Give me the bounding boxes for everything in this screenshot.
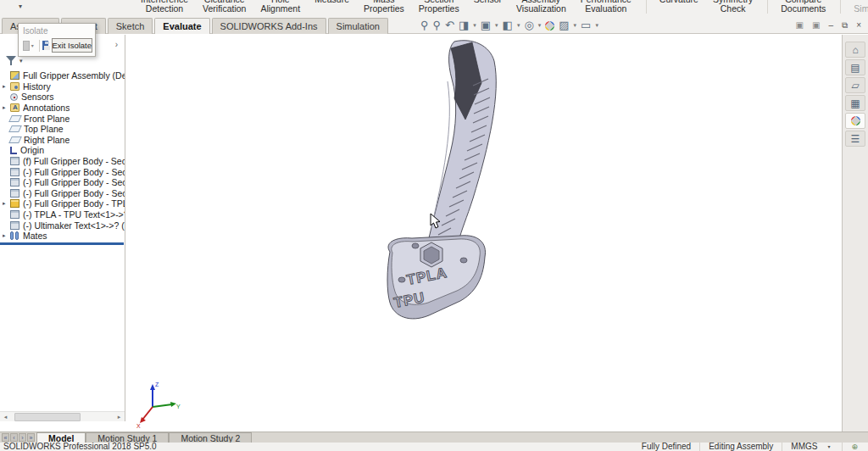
rollback-bar[interactable] bbox=[0, 242, 124, 245]
view-palette-icon[interactable]: ▦ bbox=[845, 95, 865, 111]
close-icon[interactable]: × bbox=[856, 20, 861, 31]
ribbon-item[interactable]: HoleAlignment bbox=[260, 0, 300, 14]
ribbon-item[interactable]: InterferenceDetection bbox=[141, 0, 188, 14]
tree-item[interactable]: Front Plane bbox=[3, 113, 125, 124]
ribbon-item[interactable]: Measure bbox=[314, 0, 349, 14]
restore-icon[interactable]: ⧉ bbox=[842, 20, 848, 31]
display-style-icon[interactable]: ◧ bbox=[503, 19, 513, 31]
scrollbar-thumb[interactable] bbox=[14, 413, 81, 421]
tab-motion-study-2[interactable]: Motion Study 2 bbox=[169, 432, 252, 443]
tree-item[interactable]: Top Plane bbox=[3, 124, 125, 135]
solidworks-resources-icon[interactable]: ⌂ bbox=[845, 42, 865, 58]
ribbon-item[interactable]: Curvature bbox=[646, 0, 698, 14]
apply-scene-icon[interactable]: ▨ bbox=[559, 19, 569, 31]
doc-window-icon[interactable]: ▣ bbox=[796, 20, 804, 31]
previous-view-icon[interactable]: ↶ bbox=[445, 19, 454, 31]
tab-evaluate[interactable]: Evaluate bbox=[154, 18, 209, 34]
gripper-model[interactable]: TPLA TPU bbox=[387, 41, 496, 319]
expander-icon[interactable]: ▸ bbox=[3, 200, 10, 207]
ribbon-item[interactable]: ClearanceVerification bbox=[203, 0, 246, 14]
zoom-fit-icon[interactable]: ⚲ bbox=[420, 19, 429, 31]
tree-item-label: (-) Full Gripper Body - TPLA-TPU L bbox=[23, 198, 125, 209]
ribbon-item[interactable]: PerformanceEvaluation bbox=[581, 0, 632, 14]
status-units[interactable]: MMGS bbox=[782, 443, 826, 451]
minimize-icon[interactable]: – bbox=[828, 20, 833, 31]
dropdown-icon[interactable]: ▾ bbox=[574, 22, 577, 29]
filter-icon[interactable] bbox=[6, 55, 17, 66]
view-settings-icon[interactable]: ▭ bbox=[581, 19, 591, 31]
isolate-dropdown-icon[interactable]: ▾ bbox=[31, 42, 34, 48]
hide-show-items-icon[interactable]: ◎ bbox=[524, 19, 533, 31]
dropdown-icon[interactable]: ▾ bbox=[595, 22, 598, 29]
previous-view-icon[interactable]: ↶ bbox=[445, 19, 454, 31]
tree-item[interactable]: Sensors bbox=[3, 92, 125, 103]
study-nav-icon[interactable]: › bbox=[19, 433, 26, 442]
edit-appearance-icon[interactable] bbox=[545, 19, 554, 31]
section-view-icon[interactable]: ◨ bbox=[459, 19, 469, 31]
design-library-icon[interactable]: ▤ bbox=[845, 59, 865, 75]
scroll-right-icon[interactable]: ▸ bbox=[114, 414, 125, 420]
dropdown-icon[interactable]: ▾ bbox=[517, 22, 520, 29]
tab-sketch[interactable]: Sketch bbox=[108, 18, 153, 34]
study-nav-icon[interactable]: » bbox=[27, 433, 35, 442]
tree-item[interactable]: Origin bbox=[3, 145, 125, 156]
exit-isolate-button[interactable]: Exit Isolate bbox=[52, 38, 92, 53]
tree-item[interactable]: (-) Full Gripper Body - Section C< bbox=[3, 177, 125, 188]
ribbon-item[interactable]: SymmetryCheck bbox=[713, 0, 753, 14]
file-explorer-icon[interactable]: ▱ bbox=[845, 77, 865, 93]
status-tag-icon[interactable]: ⊕ bbox=[851, 443, 858, 451]
zoom-to-area-icon[interactable]: ⚲ bbox=[433, 19, 442, 31]
ribbon-item[interactable]: SectionProperties bbox=[419, 0, 459, 14]
tab-simulation[interactable]: Simulation bbox=[328, 18, 388, 34]
zoom-to-area-icon[interactable]: ⚲ bbox=[433, 19, 442, 31]
tree-item[interactable]: ▸(-) Full Gripper Body - TPLA-TPU L bbox=[3, 198, 125, 209]
expander-icon[interactable]: ▸ bbox=[3, 232, 10, 239]
tree-item[interactable]: (f) Full Gripper Body - Section A< bbox=[3, 156, 125, 167]
tree-item[interactable]: Full Gripper Assembly (Default<Disp bbox=[3, 70, 125, 81]
dropdown-icon[interactable]: ▾ bbox=[538, 22, 542, 29]
section-view-icon[interactable]: ◨ bbox=[459, 19, 469, 31]
tab-solidworks-add-ins[interactable]: SOLIDWORKS Add-Ins bbox=[212, 18, 326, 34]
ribbon-item-line2: Evaluation bbox=[581, 4, 632, 14]
ribbon-item[interactable]: MassProperties bbox=[364, 0, 404, 14]
view-orientation-icon[interactable]: ▣ bbox=[481, 19, 491, 31]
tree-item[interactable]: ▸Mates bbox=[3, 231, 125, 242]
apply-scene-icon[interactable]: ▨ bbox=[559, 19, 569, 31]
display-style-icon[interactable]: ◧ bbox=[503, 19, 513, 31]
ribbon-item[interactable]: CompareDocuments▾ bbox=[767, 0, 826, 14]
view-orientation-icon[interactable]: ▣ bbox=[481, 19, 491, 31]
ribbon-item[interactable]: Sensor bbox=[474, 0, 502, 14]
tree-item[interactable]: (-) Full Gripper Body - Section B< bbox=[3, 166, 125, 177]
study-nav-icon[interactable]: « bbox=[2, 433, 9, 442]
tree-item[interactable]: (-) Full Gripper Body - Section D - bbox=[3, 188, 125, 199]
edit-appearance-icon[interactable] bbox=[545, 21, 554, 31]
ribbon-item[interactable]: AssemblyVisualization bbox=[516, 0, 566, 14]
scroll-left-icon[interactable]: ◂ bbox=[0, 414, 11, 420]
ribbon-overflow-icon[interactable]: ▾ bbox=[19, 3, 22, 10]
isolate-transparency-icon[interactable] bbox=[23, 41, 30, 51]
graphics-viewport[interactable]: TPLA TPU Z Y X bbox=[126, 35, 842, 432]
expander-icon[interactable]: ▸ bbox=[3, 83, 10, 90]
units-dropdown-icon[interactable]: ▾ bbox=[827, 443, 830, 451]
tree-item[interactable]: (-) Ultimaker Text<1>->? (Default bbox=[3, 220, 125, 231]
dropdown-icon[interactable]: ▾ bbox=[495, 22, 498, 29]
tree-item[interactable]: Right Plane bbox=[3, 135, 125, 146]
appearances-icon[interactable] bbox=[845, 113, 865, 129]
panel-horizontal-scrollbar[interactable]: ◂ ▸ bbox=[0, 411, 125, 421]
zoom-fit-icon[interactable]: ⚲ bbox=[420, 19, 429, 31]
save-isolate-icon[interactable] bbox=[42, 41, 47, 50]
hide-show-items-icon[interactable]: ◎ bbox=[524, 19, 533, 31]
filter-dropdown-icon[interactable]: ▾ bbox=[19, 58, 23, 64]
status-editing: Editing Assembly bbox=[700, 443, 782, 451]
dropdown-icon[interactable]: ▾ bbox=[473, 22, 476, 29]
tree-item[interactable]: (-) TPLA - TPU Text<1>->? (Defau bbox=[3, 209, 125, 220]
study-nav-icon[interactable]: ‹ bbox=[10, 433, 18, 442]
doc-window2-icon[interactable]: ▣ bbox=[812, 20, 820, 31]
view-settings-icon[interactable]: ▭ bbox=[581, 19, 591, 31]
custom-properties-icon[interactable]: ☰ bbox=[845, 131, 865, 147]
expander-icon[interactable]: ▸ bbox=[3, 104, 10, 111]
panel-flyout-icon[interactable]: › bbox=[115, 40, 118, 49]
tree-item[interactable]: ▸History bbox=[3, 81, 125, 92]
tree-item[interactable]: ▸Annotations bbox=[3, 103, 125, 114]
ribbon-item[interactable]: Simulation Connector bbox=[840, 0, 868, 14]
